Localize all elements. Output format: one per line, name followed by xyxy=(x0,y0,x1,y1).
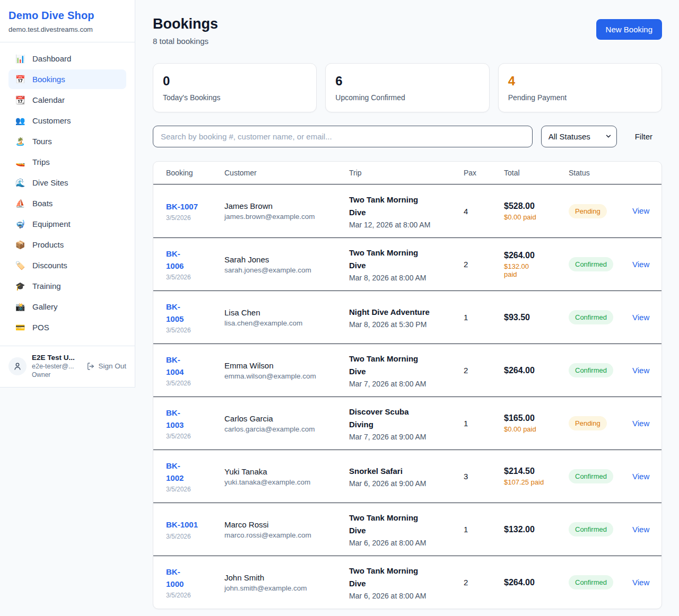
total-cell: $528.00 $0.00 paid xyxy=(504,201,569,221)
trip-datetime: Mar 6, 2026 at 8:00 AM xyxy=(349,539,464,547)
sidebar-item-equipment[interactable]: 🤿 Equipment xyxy=(8,214,126,234)
total-cell: $214.50 $107.25 paid xyxy=(504,467,569,486)
total-amount: $264.00 xyxy=(504,366,569,375)
status-cell: Confirmed xyxy=(569,257,632,271)
trip-cell: Two Tank Morning Dive Mar 6, 2026 at 8:0… xyxy=(349,512,464,547)
pax-count: 2 xyxy=(464,366,504,375)
sidebar-item-label: Discounts xyxy=(32,261,67,270)
booking-number-link[interactable]: BK-1007 xyxy=(166,200,198,213)
view-booking-link[interactable]: View xyxy=(632,313,649,322)
column-header-status: Status xyxy=(569,169,632,177)
sidebar: Demo Dive Shop demo.test.divestreams.com… xyxy=(0,0,135,388)
sidebar-item-boats[interactable]: ⛵ Boats xyxy=(8,193,126,213)
booking-date: 3/5/2026 xyxy=(166,533,224,540)
filters-row: All Statuses Filter xyxy=(153,126,662,147)
booking-number-link[interactable]: BK-1004 xyxy=(166,354,184,379)
view-cell: View xyxy=(632,578,649,587)
table-row: BK-1006 3/5/2026 Sarah Jones sarah.jones… xyxy=(153,237,661,291)
status-filter-wrap: All Statuses xyxy=(541,126,617,147)
status-badge: Confirmed xyxy=(569,363,613,377)
person-icon xyxy=(13,362,22,371)
sidebar-item-dive-sites[interactable]: 🌊 Dive Sites xyxy=(8,173,126,192)
paid-amount: $107.25 paid xyxy=(504,478,569,486)
sidebar-item-pos[interactable]: 💳 POS xyxy=(8,318,126,337)
table-row: BK-1001 3/5/2026 Marco Rossi marco.rossi… xyxy=(153,503,661,556)
status-badge: Confirmed xyxy=(569,310,613,324)
booking-number-link[interactable]: BK-1002 xyxy=(166,460,184,485)
customer-cell: Emma Wilson emma.wilson@example.com xyxy=(224,361,349,380)
filter-button[interactable]: Filter xyxy=(625,132,662,141)
customer-cell: Yuki Tanaka yuki.tanaka@example.com xyxy=(224,467,349,486)
customer-name: Lisa Chen xyxy=(224,308,349,317)
trip-cell: Two Tank Morning Dive Mar 6, 2026 at 8:0… xyxy=(349,565,464,600)
booking-number-link[interactable]: BK-1003 xyxy=(166,407,184,432)
view-booking-link[interactable]: View xyxy=(632,366,649,375)
new-booking-button[interactable]: New Booking xyxy=(596,19,662,40)
customer-cell: James Brown james.brown@example.com xyxy=(224,201,349,221)
view-cell: View xyxy=(632,366,649,375)
view-booking-link[interactable]: View xyxy=(632,419,649,428)
trip-cell: Snorkel Safari Mar 6, 2026 at 9:00 AM xyxy=(349,465,464,488)
sidebar-item-trips[interactable]: 🚤 Trips xyxy=(8,152,126,172)
view-booking-link[interactable]: View xyxy=(632,578,649,587)
search-input[interactable] xyxy=(153,126,533,147)
trip-name: Snorkel Safari xyxy=(349,465,433,478)
status-cell: Pending xyxy=(569,416,632,430)
app-title[interactable]: Demo Dive Shop xyxy=(8,10,126,22)
total-amount: $264.00 xyxy=(504,251,569,260)
sidebar-item-label: Equipment xyxy=(32,219,71,228)
sidebar-item-gallery[interactable]: 📸 Gallery xyxy=(8,297,126,316)
trip-cell: Two Tank Morning Dive Mar 8, 2026 at 8:0… xyxy=(349,247,464,282)
stat-card-today-s-bookings: 0 Today's Bookings xyxy=(153,63,317,112)
status-filter-select[interactable]: All Statuses xyxy=(541,126,617,147)
status-badge: Pending xyxy=(569,416,607,430)
view-booking-link[interactable]: View xyxy=(632,206,649,215)
sidebar-item-label: Bookings xyxy=(32,75,65,84)
total-amount: $264.00 xyxy=(504,578,569,587)
trip-datetime: Mar 6, 2026 at 9:00 AM xyxy=(349,479,464,488)
total-cell: $264.00 xyxy=(504,578,569,587)
total-cell: $264.00 xyxy=(504,366,569,375)
status-badge: Confirmed xyxy=(569,522,613,536)
booking-cell: BK-1006 3/5/2026 xyxy=(166,248,224,281)
status-cell: Confirmed xyxy=(569,522,632,536)
trip-datetime: Mar 7, 2026 at 8:00 AM xyxy=(349,380,464,388)
trip-datetime: Mar 12, 2026 at 8:00 AM xyxy=(349,221,464,229)
booking-number-link[interactable]: BK-1000 xyxy=(166,566,184,591)
sign-out-button[interactable]: Sign Out xyxy=(86,362,126,371)
camera-icon: 📸 xyxy=(15,303,25,311)
view-booking-link[interactable]: View xyxy=(632,525,649,534)
booking-cell: BK-1002 3/5/2026 xyxy=(166,460,224,494)
column-header-customer: Customer xyxy=(224,169,349,177)
paid-amount: $0.00 paid xyxy=(504,213,569,221)
total-amount: $93.50 xyxy=(504,313,569,322)
column-header-trip: Trip xyxy=(349,169,464,177)
pax-count: 3 xyxy=(464,472,504,481)
view-booking-link[interactable]: View xyxy=(632,260,649,269)
view-cell: View xyxy=(632,260,649,269)
customer-email: yuki.tanaka@example.com xyxy=(224,478,349,486)
booking-number-link[interactable]: BK-1006 xyxy=(166,248,184,272)
sidebar-item-customers[interactable]: 👥 Customers xyxy=(8,111,126,130)
trip-name: Two Tank Morning Dive xyxy=(349,353,433,378)
table-row: BK-1007 3/5/2026 James Brown james.brown… xyxy=(153,184,661,237)
total-amount: $214.50 xyxy=(504,467,569,476)
column-header-booking: Booking xyxy=(166,169,224,177)
sidebar-item-products[interactable]: 📦 Products xyxy=(8,235,126,254)
pax-count: 1 xyxy=(464,525,504,534)
sidebar-item-bookings[interactable]: 📅 Bookings xyxy=(8,69,126,89)
booking-cell: BK-1005 3/5/2026 xyxy=(166,301,224,335)
booking-number-link[interactable]: BK-1005 xyxy=(166,301,184,325)
user-name: E2E Test U... xyxy=(32,354,75,362)
stat-label: Today's Bookings xyxy=(163,93,307,102)
page-title: Bookings xyxy=(153,16,218,32)
total-cell: $93.50 xyxy=(504,313,569,322)
view-booking-link[interactable]: View xyxy=(632,472,649,481)
view-cell: View xyxy=(632,206,649,216)
sidebar-item-training[interactable]: 🎓 Training xyxy=(8,276,126,296)
booking-number-link[interactable]: BK-1001 xyxy=(166,518,198,531)
sidebar-item-calendar[interactable]: 📆 Calendar xyxy=(8,90,126,110)
sidebar-item-tours[interactable]: 🏝️ Tours xyxy=(8,131,126,151)
sidebar-item-dashboard[interactable]: 📊 Dashboard xyxy=(8,49,126,68)
sidebar-item-discounts[interactable]: 🏷️ Discounts xyxy=(8,256,126,275)
